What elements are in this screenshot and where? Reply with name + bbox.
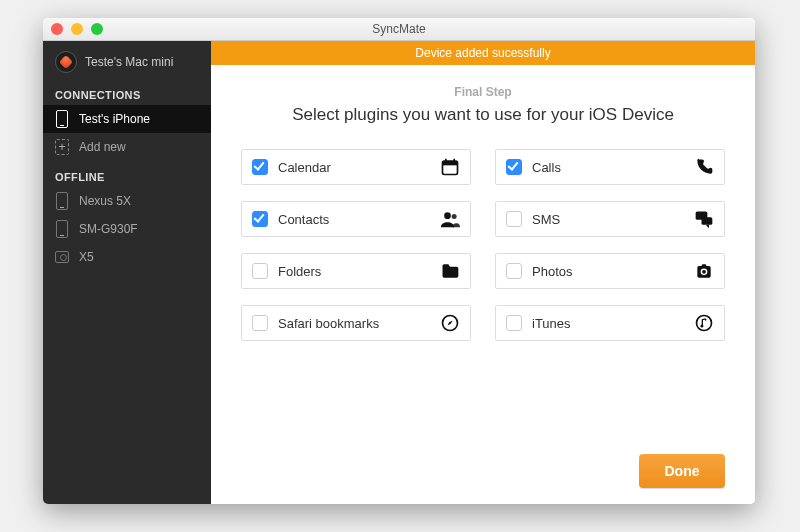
plugin-sms[interactable]: SMS (495, 201, 725, 237)
plugin-sms-checkbox[interactable] (506, 211, 522, 227)
svg-point-4 (444, 212, 451, 219)
success-banner: Device added sucessfully (211, 41, 755, 65)
plugin-label: Contacts (278, 212, 430, 227)
plugin-safari-bookmarks-checkbox[interactable] (252, 315, 268, 331)
window-title: SyncMate (43, 18, 755, 40)
plugin-label: Folders (278, 264, 430, 279)
svg-rect-7 (702, 217, 713, 225)
calendar-icon (440, 157, 460, 177)
plugin-label: SMS (532, 212, 684, 227)
phone-icon (55, 220, 69, 238)
footer: Done (241, 434, 725, 488)
done-button[interactable]: Done (639, 454, 725, 488)
titlebar: SyncMate (43, 18, 755, 41)
music-note-icon (694, 313, 714, 333)
phone-icon (55, 192, 69, 210)
svg-marker-12 (448, 321, 453, 326)
plugin-photos[interactable]: Photos (495, 253, 725, 289)
content: Final Step Select plugins you want to us… (211, 65, 755, 504)
sidebar-item-label: SM-G930F (79, 222, 138, 236)
sidebar: Teste's Mac mini CONNECTIONS Test's iPho… (43, 41, 211, 504)
page-headline: Select plugins you want to use for your … (241, 105, 725, 125)
sidebar-item-sm-g930f[interactable]: SM-G930F (43, 215, 211, 243)
contacts-icon (440, 209, 460, 229)
svg-point-10 (702, 270, 706, 274)
main-panel: Device added sucessfully Final Step Sele… (211, 41, 755, 504)
sidebar-item-tests-iphone[interactable]: Test's iPhone (43, 105, 211, 133)
svg-marker-8 (706, 225, 709, 228)
svg-point-13 (697, 316, 712, 331)
plugin-label: Calls (532, 160, 684, 175)
phone-call-icon (694, 157, 714, 177)
sidebar-item-label: Test's iPhone (79, 112, 150, 126)
app-window: SyncMate Teste's Mac mini CONNECTIONS Te… (43, 18, 755, 504)
plugin-grid: Calendar Calls (241, 149, 725, 341)
plugin-calendar[interactable]: Calendar (241, 149, 471, 185)
sidebar-profile[interactable]: Teste's Mac mini (43, 41, 211, 85)
plugin-folders-checkbox[interactable] (252, 263, 268, 279)
app-body: Teste's Mac mini CONNECTIONS Test's iPho… (43, 41, 755, 504)
plugin-itunes-checkbox[interactable] (506, 315, 522, 331)
plugin-calendar-checkbox[interactable] (252, 159, 268, 175)
plugin-label: Photos (532, 264, 684, 279)
step-label: Final Step (241, 85, 725, 99)
chat-icon (694, 209, 714, 229)
plugin-calls[interactable]: Calls (495, 149, 725, 185)
sidebar-item-label: Nexus 5X (79, 194, 131, 208)
plugin-label: iTunes (532, 316, 684, 331)
folder-icon (440, 261, 460, 281)
plugin-itunes[interactable]: iTunes (495, 305, 725, 341)
add-icon: + (55, 138, 69, 156)
camera-icon (694, 261, 714, 281)
sidebar-section-offline: OFFLINE (43, 167, 211, 187)
sidebar-section-connections: CONNECTIONS (43, 85, 211, 105)
plugin-safari-bookmarks[interactable]: Safari bookmarks (241, 305, 471, 341)
camera-icon (55, 248, 69, 266)
plugin-photos-checkbox[interactable] (506, 263, 522, 279)
plugin-calls-checkbox[interactable] (506, 159, 522, 175)
svg-rect-1 (443, 161, 458, 165)
sidebar-item-nexus-5x[interactable]: Nexus 5X (43, 187, 211, 215)
svg-point-5 (452, 214, 457, 219)
plugin-label: Safari bookmarks (278, 316, 430, 331)
phone-icon (55, 110, 69, 128)
sidebar-item-label: X5 (79, 250, 94, 264)
svg-point-15 (705, 319, 707, 321)
sidebar-item-label: Add new (79, 140, 126, 154)
plugin-folders[interactable]: Folders (241, 253, 471, 289)
profile-name: Teste's Mac mini (85, 55, 173, 69)
svg-point-14 (700, 324, 703, 327)
sidebar-item-add-new[interactable]: + Add new (43, 133, 211, 161)
plugin-label: Calendar (278, 160, 430, 175)
plugin-contacts-checkbox[interactable] (252, 211, 268, 227)
compass-icon (440, 313, 460, 333)
profile-avatar-icon (55, 51, 77, 73)
sidebar-item-x5[interactable]: X5 (43, 243, 211, 271)
plugin-contacts[interactable]: Contacts (241, 201, 471, 237)
